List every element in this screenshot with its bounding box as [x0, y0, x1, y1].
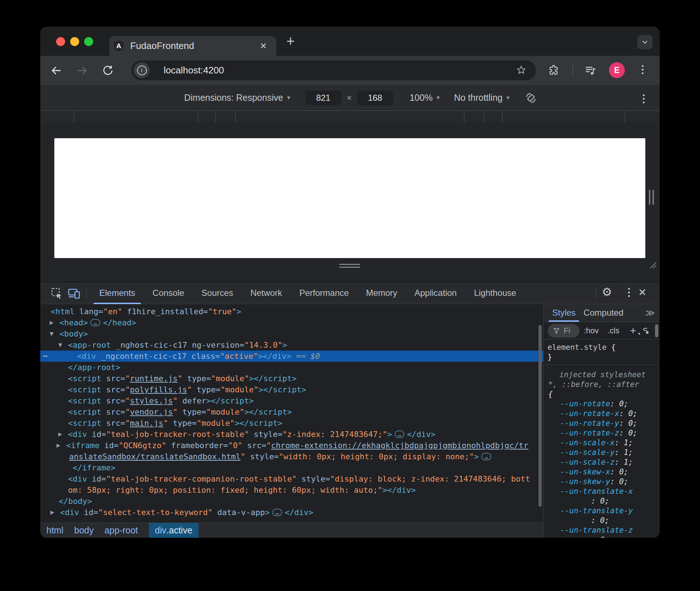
more-tabs-icon[interactable]: ≫: [645, 304, 655, 322]
tab-search-button[interactable]: [637, 35, 653, 49]
sidebar-tab-styles[interactable]: Styles: [552, 304, 576, 322]
tab-console[interactable]: Console: [153, 282, 184, 304]
tree-line[interactable]: ▶<div id="teal-job-tracker-root-stable" …: [40, 429, 543, 440]
breadcrumb-item-body[interactable]: body: [74, 523, 94, 538]
toggle-hover-state-button[interactable]: :hov: [584, 322, 599, 339]
viewport-height-input[interactable]: 168: [357, 91, 393, 105]
expand-inline-icon[interactable]: …: [395, 430, 405, 438]
back-icon[interactable]: [50, 64, 63, 77]
tree-line[interactable]: om: 58px; right: 0px; position: fixed; h…: [40, 484, 543, 496]
tree-line[interactable]: <script src="polyfills.js" type="module"…: [40, 384, 543, 395]
styles-filter-input[interactable]: Filter: [548, 324, 579, 338]
tree-line[interactable]: ▼<body>: [40, 328, 543, 339]
tree-line[interactable]: ⋯<div _ngcontent-cic-c17 class="active">…: [40, 351, 543, 362]
css-property[interactable]: --un-rotate: 0;: [544, 399, 659, 409]
minimize-window-button[interactable]: [70, 37, 79, 46]
inspect-element-icon[interactable]: [50, 287, 63, 300]
expand-arrow-icon[interactable]: ▶: [50, 317, 54, 328]
browser-tab[interactable]: A FudaoFrontend ✕: [109, 36, 276, 56]
tab-memory[interactable]: Memory: [366, 282, 397, 304]
tree-line[interactable]: ▶<iframe id="QCN6gtzo" frameborder="0" s…: [40, 440, 543, 451]
tab-lighthouse[interactable]: Lighthouse: [474, 282, 516, 304]
breadcrumb-item-selected[interactable]: div.active: [149, 523, 199, 538]
devtools-menu-icon[interactable]: [628, 288, 630, 297]
css-property[interactable]: --un-rotate-y: 0;: [544, 419, 659, 428]
sidebar-tab-computed[interactable]: Computed: [583, 304, 623, 322]
css-property[interactable]: --un-scale-y: 1;: [544, 448, 659, 457]
toggle-class-button[interactable]: .cls: [608, 322, 619, 339]
tree-line[interactable]: </body>: [40, 496, 543, 507]
tree-line[interactable]: <script src="main.js" type="module"></sc…: [40, 418, 543, 429]
tree-line[interactable]: </app-root>: [40, 362, 543, 373]
reload-icon[interactable]: [102, 64, 114, 77]
tree-line[interactable]: </iframe>: [40, 462, 543, 473]
tree-line[interactable]: anslateSandbox/translateSandbox.html" st…: [40, 451, 543, 462]
expand-arrow-icon[interactable]: ▶: [58, 429, 62, 440]
collapse-arrow-icon[interactable]: ▼: [58, 339, 62, 351]
expand-inline-icon[interactable]: …: [272, 509, 282, 516]
breadcrumb-item-html[interactable]: html: [46, 523, 63, 538]
css-property[interactable]: --un-scale-x: 1;: [544, 438, 659, 448]
throttling-select[interactable]: No throttling: [454, 93, 503, 103]
maximize-window-button[interactable]: [84, 37, 93, 46]
css-property[interactable]: --un-translate-y: [544, 506, 659, 516]
browser-menu-icon[interactable]: [642, 65, 644, 74]
tree-line[interactable]: <script src="runtime.js" type="module"><…: [40, 373, 543, 384]
expand-arrow-icon[interactable]: ▶: [50, 507, 54, 518]
viewport-width-input[interactable]: 821: [305, 91, 341, 105]
tab-network[interactable]: Network: [250, 282, 282, 304]
tab-application[interactable]: Application: [414, 282, 456, 304]
device-toolbar-toggle-icon[interactable]: [68, 287, 81, 300]
dimensions-select[interactable]: Dimensions: Responsive: [184, 93, 283, 103]
more-actions-icon[interactable]: ⋯: [43, 351, 47, 362]
element-style-section[interactable]: element.style { }: [544, 339, 659, 365]
site-info-button[interactable]: i: [134, 62, 150, 78]
tree-line[interactable]: <div id="teal-job-tracker-companion-root…: [40, 473, 543, 484]
close-window-button[interactable]: [56, 37, 65, 46]
tab-close-icon[interactable]: ✕: [260, 42, 267, 50]
css-property[interactable]: --un-rotate-x: 0;: [544, 409, 659, 419]
css-property[interactable]: --un-translate-z: [544, 525, 659, 535]
devtools-close-icon[interactable]: ✕: [638, 287, 646, 298]
tree-line[interactable]: ▶<head>…</head>: [40, 317, 543, 328]
settings-gear-icon[interactable]: ⚙: [602, 285, 612, 299]
tree-line[interactable]: <script src="vendor.js" type="module"></…: [40, 406, 543, 418]
device-toolbar-menu-icon[interactable]: [643, 94, 645, 103]
forward-icon[interactable]: [76, 64, 88, 77]
tree-line[interactable]: <html lang="en" f1hire_installed="true">: [40, 306, 543, 317]
resize-height-handle[interactable]: [339, 264, 360, 270]
collapse-arrow-icon[interactable]: ▼: [50, 328, 54, 339]
expand-inline-icon[interactable]: …: [90, 319, 100, 326]
css-property[interactable]: --un-skew-y: 0;: [544, 477, 659, 487]
css-property[interactable]: --un-translate-x: [544, 487, 659, 496]
new-style-rule-button[interactable]: +: [630, 322, 636, 339]
rotate-device-icon[interactable]: [524, 91, 538, 105]
url-text[interactable]: localhost:4200: [164, 60, 224, 80]
css-property[interactable]: --un-rotate-z: 0;: [544, 428, 659, 438]
tree-line[interactable]: ▶<div id="select-text-to-keyword" data-v…: [40, 507, 543, 518]
zoom-select[interactable]: 100%: [410, 93, 433, 103]
resize-corner-handle[interactable]: [647, 260, 657, 269]
media-controls-icon[interactable]: [584, 64, 597, 77]
tree-line[interactable]: ▼<app-root _nghost-cic-c17 ng-version="1…: [40, 339, 543, 351]
styles-scrollbar[interactable]: [655, 324, 658, 337]
cascade-layers-icon[interactable]: [642, 327, 650, 335]
rendered-page[interactable]: [54, 138, 645, 258]
breadcrumb-item-app-root[interactable]: app-root: [104, 523, 138, 538]
tab-performance[interactable]: Performance: [299, 282, 349, 304]
bookmark-star-icon[interactable]: [516, 65, 527, 76]
address-bar[interactable]: i localhost:4200: [131, 60, 536, 80]
profile-avatar[interactable]: E: [609, 62, 625, 78]
expand-arrow-icon[interactable]: ▶: [56, 440, 60, 451]
tree-line[interactable]: <script src="styles.js" defer></script>: [40, 395, 543, 406]
css-property[interactable]: --un-scale-z: 1;: [544, 457, 659, 467]
expand-inline-icon[interactable]: …: [481, 453, 491, 460]
tab-elements[interactable]: Elements: [99, 282, 135, 304]
tab-sources[interactable]: Sources: [201, 282, 233, 304]
chevron-down-icon: ▾: [506, 94, 510, 101]
new-tab-button[interactable]: +: [286, 33, 295, 49]
extensions-puzzle-icon[interactable]: [547, 64, 560, 76]
elements-scrollbar[interactable]: [538, 325, 542, 507]
resize-width-handle[interactable]: [649, 190, 654, 205]
css-property[interactable]: --un-skew-x: 0;: [544, 467, 659, 477]
